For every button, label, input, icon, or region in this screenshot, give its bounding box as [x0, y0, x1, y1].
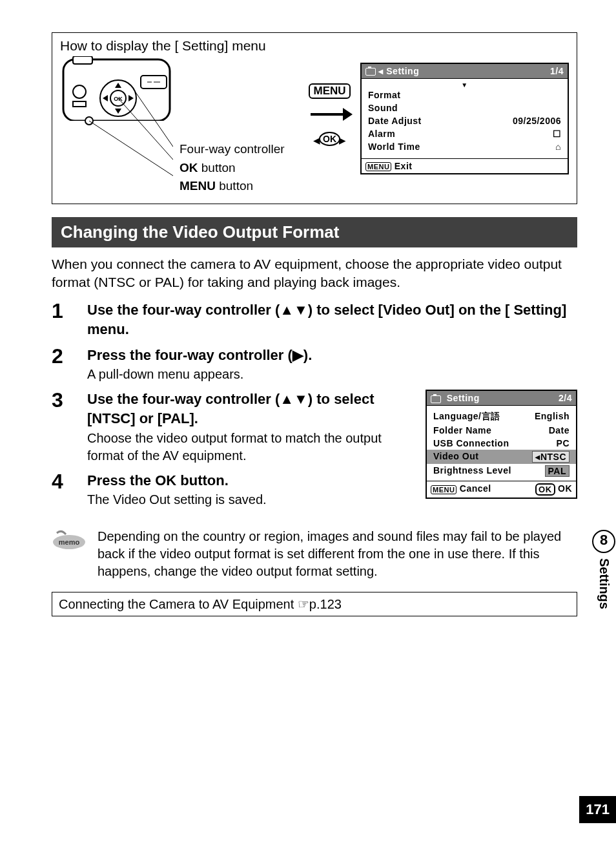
reference-box: Connecting the Camera to AV Equipment ☞p… [52, 592, 577, 616]
lcd1-title: Setting [386, 66, 419, 76]
step-4-desc: The Video Out setting is saved. [87, 491, 413, 508]
svg-text:memo: memo [59, 538, 80, 546]
lcd1-row-alarm: Alarm [368, 129, 395, 139]
callout-ok: OK button [180, 159, 299, 178]
lcd2-folder-label: Folder Name [433, 425, 491, 435]
lcd2-page: 2/4 [559, 393, 572, 403]
svg-marker-20 [343, 108, 353, 121]
side-tab-label: Settings [597, 558, 611, 609]
step-3: 3 Use the four-way controller (▲▼) to se… [52, 390, 413, 464]
lcd2-ok: OK [558, 483, 572, 494]
lcd2-video-label: Video Out [433, 451, 478, 463]
svg-rect-1 [60, 121, 173, 166]
side-tab-num: 8 [592, 530, 615, 553]
memo-icon: memo [52, 528, 87, 554]
step-2: 2 Press the four-way controller (▶). A p… [52, 346, 577, 384]
ok-button-icon: ◂ OK ▸ [319, 130, 340, 146]
side-tab: 8 Settings [591, 530, 616, 609]
memo-text: Depending on the country or region, imag… [98, 528, 577, 580]
callout-menu: MENU button [180, 177, 299, 196]
arrow-icon [307, 104, 353, 125]
menu-button-icon: MENU [309, 83, 350, 99]
page-number: 171 [579, 796, 616, 823]
instruction-title: How to display the [ Setting] menu [60, 38, 569, 54]
camera-icon [431, 395, 441, 403]
step-2-desc: A pull-down menu appears. [87, 366, 577, 383]
lcd1-row-date: Date Adjust [368, 116, 422, 126]
step-1: 1 Use the four-way controller (▲▼) to se… [52, 300, 577, 339]
camera-diagram: OK [60, 56, 173, 185]
lcd2-title: Setting [447, 393, 480, 403]
lcd2-lang-label: Language/言語 [433, 411, 500, 423]
intro-text: When you connect the camera to AV equipm… [52, 255, 577, 292]
step-1-title: Use the four-way controller (▲▼) to sele… [87, 300, 577, 339]
lcd2-bright-val: PAL [545, 465, 570, 477]
memo-block: memo Depending on the country or region,… [52, 528, 577, 580]
section-heading: Changing the Video Output Format [52, 217, 577, 247]
lcd2-bright-label: Brightness Level [433, 465, 511, 477]
step-4-title: Press the OK button. [87, 471, 413, 490]
step-4: 4 Press the OK button. The Video Out set… [52, 471, 413, 509]
lcd-screen-1: ◂ Setting 1/4 ▼ Format Sound Date Adjust… [360, 63, 569, 174]
callout-labels: Four-way controller OK button MENU butto… [180, 56, 299, 196]
step-3-desc: Choose the video output format to match … [87, 430, 413, 465]
step-3-title: Use the four-way controller (▲▼) to sele… [87, 390, 413, 428]
lcd1-exit: Exit [395, 161, 413, 171]
svg-rect-2 [73, 56, 92, 64]
lcd1-page: 1/4 [550, 66, 564, 76]
callout-fourway: Four-way controller [180, 140, 299, 159]
lcd1-row-sound: Sound [368, 103, 398, 113]
camera-icon [365, 68, 376, 76]
instruction-box: How to display the [ Setting] menu OK [52, 32, 577, 204]
lcd-screen-2: Setting 2/4 Language/言語English Folder Na… [426, 390, 577, 499]
lcd2-video-val: NTSC [540, 452, 566, 462]
step-2-title: Press the four-way controller (▶). [87, 346, 577, 365]
lcd1-row-format: Format [368, 90, 400, 100]
lcd1-row-world: World Time [368, 142, 420, 152]
lcd2-usb-label: USB Connection [433, 438, 509, 448]
lcd2-cancel: Cancel [460, 483, 491, 494]
